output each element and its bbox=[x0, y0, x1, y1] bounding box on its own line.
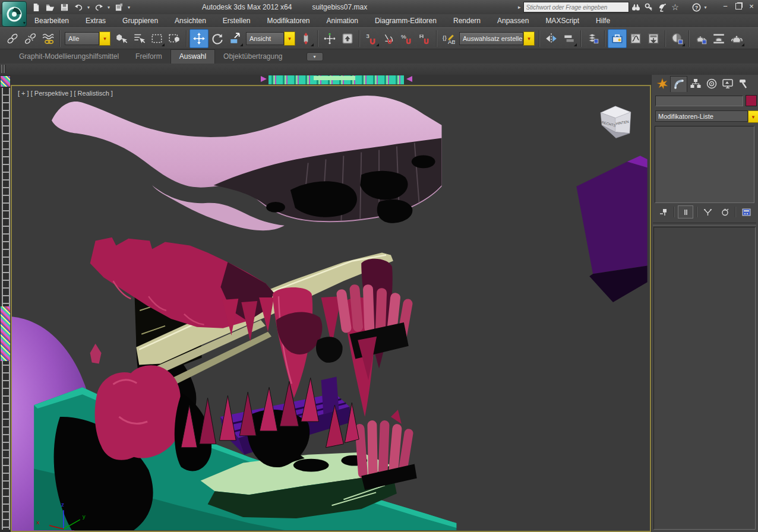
tab-hierarchy[interactable] bbox=[687, 76, 703, 91]
help-flyout-caret-icon[interactable]: ▾ bbox=[705, 5, 707, 10]
menu-ansichten[interactable]: Ansichten bbox=[169, 15, 212, 27]
menu-anpassen[interactable]: Anpassen bbox=[491, 15, 535, 27]
menu-rendern[interactable]: Rendern bbox=[447, 15, 487, 27]
ribbon-tab-freiform[interactable]: Freiform bbox=[127, 50, 170, 64]
menu-erstellen[interactable]: Erstellen bbox=[217, 15, 257, 27]
reference-coordinate-arrow-button[interactable]: ▾ bbox=[284, 31, 295, 46]
undo-flyout-caret-icon[interactable]: ▾ bbox=[87, 5, 90, 10]
project-folder-button[interactable] bbox=[113, 2, 125, 12]
make-unique-button[interactable] bbox=[700, 206, 715, 218]
angle-snap-toggle-button[interactable] bbox=[380, 30, 398, 48]
named-selection-value[interactable]: Auswahlsatz erstelle bbox=[459, 32, 523, 45]
menu-bearbeiten[interactable]: Bearbeiten bbox=[29, 15, 75, 27]
ribbon-tab-graphit[interactable]: Graphit-Modellierungshilfsmittel bbox=[11, 50, 127, 64]
app-menu-caret-icon: ▾ bbox=[23, 20, 26, 26]
selection-filter-dropdown[interactable]: Alle ▾ bbox=[65, 31, 110, 46]
snap-toggle-3d-button[interactable]: 3 bbox=[362, 30, 380, 48]
render-production-button[interactable] bbox=[728, 30, 746, 48]
perspective-viewport[interactable]: [ + ] [ Perspektive ] [ Realistisch ] bbox=[11, 85, 651, 532]
tab-motion[interactable] bbox=[703, 76, 719, 91]
object-name-input[interactable] bbox=[655, 96, 743, 106]
render-setup-button[interactable] bbox=[692, 30, 710, 48]
window-crossing-toggle-button[interactable] bbox=[166, 30, 184, 48]
graphite-ribbon-toggle-button[interactable] bbox=[608, 29, 627, 48]
menu-animation[interactable]: Animation bbox=[321, 15, 364, 27]
tab-display[interactable] bbox=[719, 76, 735, 91]
favorites-button[interactable]: ☆ bbox=[669, 2, 681, 12]
show-end-result-button[interactable] bbox=[678, 205, 693, 218]
curve-editor-button[interactable] bbox=[627, 30, 645, 48]
unlink-selection-button[interactable] bbox=[21, 30, 39, 48]
undo-button[interactable] bbox=[72, 2, 84, 12]
bind-to-space-warp-button[interactable] bbox=[39, 30, 57, 48]
new-file-button[interactable] bbox=[30, 2, 42, 12]
main-toolbar: Alle ▾ Ansicht ▾ 3 % {}ABC Auswahlsatz e… bbox=[0, 27, 758, 49]
viewport-label[interactable]: [ + ] [ Perspektive ] [ Realistisch ] bbox=[18, 90, 113, 97]
percent-snap-toggle-button[interactable]: % bbox=[398, 30, 416, 48]
application-menu-button[interactable]: ▾ bbox=[2, 1, 27, 27]
search-input[interactable] bbox=[523, 2, 629, 12]
minimize-button[interactable]: − bbox=[721, 1, 729, 11]
selection-filter-value[interactable]: Alle bbox=[65, 32, 99, 45]
use-pivot-point-center-button[interactable] bbox=[297, 30, 315, 48]
configure-modifier-sets-button[interactable] bbox=[739, 206, 753, 218]
lower-molars-object[interactable] bbox=[95, 365, 182, 460]
object-color-swatch[interactable] bbox=[746, 95, 757, 106]
schematic-view-button[interactable] bbox=[645, 30, 662, 48]
select-and-link-button[interactable] bbox=[4, 30, 21, 48]
tab-utilities[interactable] bbox=[735, 76, 751, 91]
window-title-app: Autodesk 3ds Max 2012 x64 bbox=[202, 3, 292, 11]
render-teapot-icon bbox=[730, 32, 743, 45]
selection-filter-arrow-button[interactable]: ▾ bbox=[99, 31, 110, 46]
mirror-button[interactable] bbox=[542, 30, 560, 48]
open-file-button[interactable] bbox=[44, 2, 56, 12]
rendered-frame-window-button[interactable] bbox=[710, 30, 728, 48]
align-button[interactable] bbox=[560, 30, 578, 48]
close-button[interactable]: × bbox=[747, 1, 756, 11]
ribbon-grip-handle[interactable] bbox=[1, 65, 6, 73]
select-and-move-button[interactable] bbox=[190, 29, 209, 48]
communication-center-button[interactable] bbox=[656, 2, 668, 12]
ribbon-tab-auswahl[interactable]: Auswahl bbox=[170, 49, 215, 64]
pin-stack-button[interactable] bbox=[656, 206, 671, 218]
spinner-snap-icon bbox=[418, 32, 431, 45]
restore-button[interactable] bbox=[734, 1, 743, 11]
material-editor-button[interactable] bbox=[668, 30, 686, 48]
layer-manager-button[interactable] bbox=[584, 30, 602, 48]
named-selection-dropdown[interactable]: Auswahlsatz erstelle ▾ bbox=[459, 31, 535, 46]
select-and-scale-button[interactable] bbox=[226, 30, 244, 48]
reference-coordinate-dropdown[interactable]: Ansicht ▾ bbox=[246, 31, 295, 46]
redo-flyout-caret-icon[interactable]: ▾ bbox=[108, 5, 110, 10]
named-selection-arrow-button[interactable]: ▾ bbox=[523, 31, 535, 46]
quick-access-overflow-caret-icon[interactable]: ▾ bbox=[128, 5, 130, 10]
reference-coordinate-value[interactable]: Ansicht bbox=[246, 32, 284, 45]
menu-hilfe[interactable]: Hilfe bbox=[590, 15, 616, 27]
modifier-list-dropdown[interactable]: Modifikatoren-Liste bbox=[655, 110, 748, 122]
menu-extras[interactable]: Extras bbox=[80, 15, 112, 27]
modifier-list-arrow-button[interactable]: ▾ bbox=[748, 110, 758, 123]
select-and-rotate-button[interactable] bbox=[209, 30, 226, 48]
select-by-name-button[interactable] bbox=[130, 30, 148, 48]
edit-named-selection-sets-button[interactable]: {}ABC bbox=[440, 30, 457, 48]
menu-gruppieren[interactable]: Gruppieren bbox=[116, 15, 164, 27]
remove-modifier-button[interactable] bbox=[718, 206, 732, 218]
redo-button[interactable] bbox=[93, 2, 105, 12]
tab-modify[interactable] bbox=[670, 76, 687, 92]
menu-diagramm-editoren[interactable]: Diagramm-Editoren bbox=[369, 15, 443, 27]
menu-maxscript[interactable]: MAXScript bbox=[539, 15, 585, 27]
rectangular-selection-region-button[interactable] bbox=[148, 30, 166, 48]
help-button[interactable]: ? bbox=[691, 2, 703, 12]
ribbon-minimize-button[interactable]: ▾ bbox=[307, 52, 323, 61]
modifier-stack-list[interactable] bbox=[655, 126, 754, 203]
menu-modifikatoren[interactable]: Modifikatoren bbox=[261, 15, 316, 27]
spinner-snap-toggle-button[interactable] bbox=[416, 30, 434, 48]
keyboard-shortcut-override-button[interactable] bbox=[339, 30, 356, 48]
ribbon-tab-objektuebertragung[interactable]: Objektübertragung bbox=[215, 50, 290, 64]
search-button[interactable] bbox=[630, 2, 642, 12]
select-object-button[interactable] bbox=[112, 30, 130, 48]
tab-create[interactable] bbox=[654, 76, 670, 91]
select-and-manipulate-button[interactable] bbox=[321, 30, 339, 48]
save-file-button[interactable] bbox=[58, 2, 70, 12]
infocenter-collapse-icon[interactable]: ▸ bbox=[518, 4, 521, 10]
sign-in-button[interactable] bbox=[643, 2, 655, 12]
